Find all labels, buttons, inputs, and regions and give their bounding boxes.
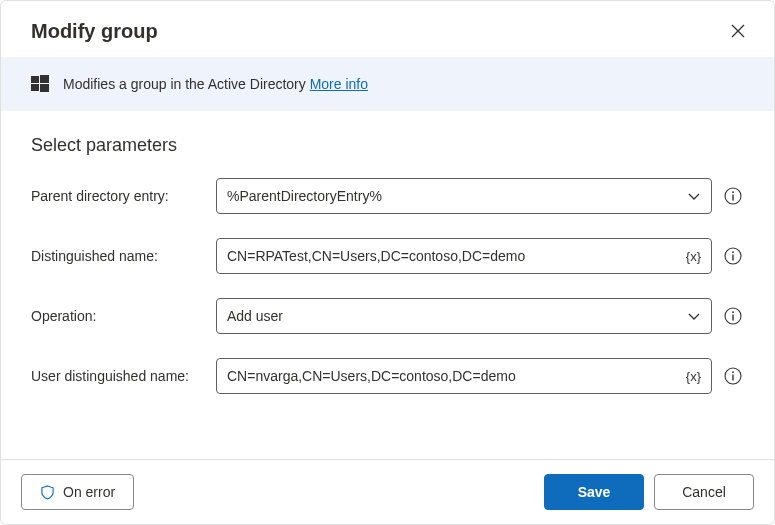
operation-dropdown[interactable]: Add user (216, 298, 712, 334)
row-parent-directory: Parent directory entry: %ParentDirectory… (31, 178, 744, 214)
info-banner: Modifies a group in the Active Directory… (1, 57, 774, 111)
svg-rect-0 (31, 76, 39, 83)
on-error-button[interactable]: On error (21, 474, 134, 510)
variable-picker-icon[interactable]: {x} (686, 249, 701, 264)
user-dn-input[interactable]: CN=nvarga,CN=Users,DC=contoso,DC=demo {x… (216, 358, 712, 394)
section-title: Select parameters (31, 135, 744, 156)
user-dn-value: CN=nvarga,CN=Users,DC=contoso,DC=demo (227, 368, 686, 384)
label-distinguished-name: Distinguished name: (31, 248, 206, 264)
dialog-title: Modify group (31, 20, 158, 43)
svg-rect-15 (732, 375, 733, 381)
svg-rect-3 (40, 84, 49, 92)
dialog-footer: On error Save Cancel (1, 459, 774, 524)
parent-directory-dropdown[interactable]: %ParentDirectoryEntry% (216, 178, 712, 214)
svg-rect-1 (40, 75, 49, 83)
banner-description: Modifies a group in the Active Directory (63, 76, 310, 92)
svg-point-8 (732, 251, 734, 253)
row-operation: Operation: Add user (31, 298, 744, 334)
row-distinguished-name: Distinguished name: CN=RPATest,CN=Users,… (31, 238, 744, 274)
parent-directory-value: %ParentDirectoryEntry% (227, 188, 687, 204)
chevron-down-icon[interactable] (687, 189, 701, 203)
more-info-link[interactable]: More info (310, 76, 368, 92)
svg-rect-9 (732, 255, 733, 261)
shield-icon (40, 485, 55, 500)
info-icon-operation[interactable] (722, 307, 744, 325)
banner-text: Modifies a group in the Active Directory… (63, 76, 368, 92)
svg-rect-12 (732, 315, 733, 321)
label-parent-directory: Parent directory entry: (31, 188, 206, 204)
operation-value: Add user (227, 308, 687, 324)
distinguished-name-value: CN=RPATest,CN=Users,DC=contoso,DC=demo (227, 248, 686, 264)
distinguished-name-input[interactable]: CN=RPATest,CN=Users,DC=contoso,DC=demo {… (216, 238, 712, 274)
svg-point-5 (732, 191, 734, 193)
cancel-label: Cancel (682, 484, 726, 500)
save-button[interactable]: Save (544, 474, 644, 510)
svg-point-14 (732, 371, 734, 373)
content-area: Select parameters Parent directory entry… (1, 111, 774, 459)
svg-rect-2 (31, 84, 39, 91)
info-icon-parent[interactable] (722, 187, 744, 205)
info-icon-dn[interactable] (722, 247, 744, 265)
close-button[interactable] (726, 19, 750, 43)
label-operation: Operation: (31, 308, 206, 324)
svg-rect-6 (732, 195, 733, 201)
row-user-distinguished-name: User distinguished name: CN=nvarga,CN=Us… (31, 358, 744, 394)
dialog-header: Modify group (1, 1, 774, 57)
on-error-label: On error (63, 484, 115, 500)
cancel-button[interactable]: Cancel (654, 474, 754, 510)
close-icon (730, 23, 746, 39)
save-label: Save (578, 484, 611, 500)
info-icon-user-dn[interactable] (722, 367, 744, 385)
windows-icon (31, 75, 49, 93)
label-user-dn: User distinguished name: (31, 368, 206, 384)
variable-picker-icon[interactable]: {x} (686, 369, 701, 384)
svg-point-11 (732, 311, 734, 313)
chevron-down-icon[interactable] (687, 309, 701, 323)
